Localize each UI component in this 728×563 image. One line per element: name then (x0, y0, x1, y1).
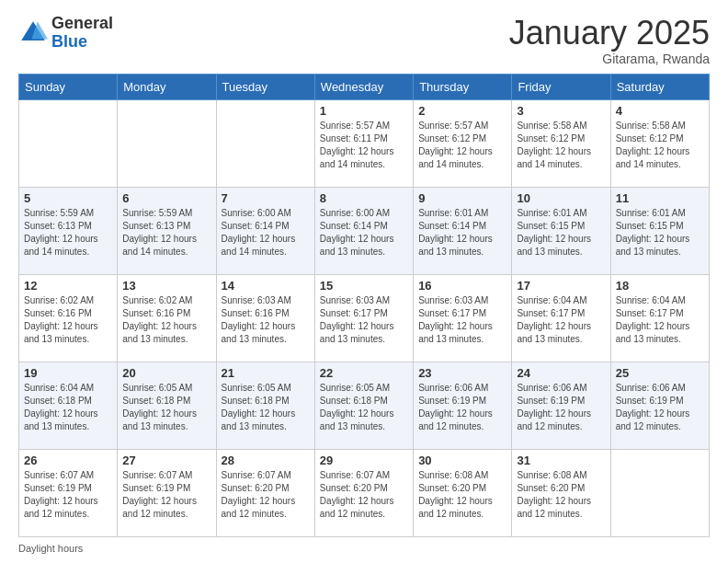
day-info: Sunrise: 6:04 AMSunset: 6:18 PMDaylight:… (24, 382, 112, 433)
title-section: January 2025 Gitarama, Rwanda (509, 15, 710, 66)
calendar-cell: 13Sunrise: 6:02 AMSunset: 6:16 PMDayligh… (118, 274, 216, 362)
day-number: 18 (616, 279, 704, 293)
day-info: Sunrise: 6:07 AMSunset: 6:20 PMDaylight:… (320, 469, 408, 521)
calendar-cell: 8Sunrise: 6:00 AMSunset: 6:14 PMDaylight… (314, 187, 413, 274)
calendar-cell: 23Sunrise: 6:06 AMSunset: 6:19 PMDayligh… (414, 362, 512, 449)
day-info: Sunrise: 6:08 AMSunset: 6:20 PMDaylight:… (418, 469, 506, 521)
header-day-wednesday: Wednesday (314, 74, 413, 99)
day-info: Sunrise: 6:06 AMSunset: 6:19 PMDaylight:… (517, 382, 605, 433)
day-number: 8 (320, 191, 408, 205)
day-info: Sunrise: 6:06 AMSunset: 6:19 PMDaylight:… (616, 382, 704, 433)
day-info: Sunrise: 5:58 AMSunset: 6:12 PMDaylight:… (517, 120, 605, 171)
calendar-cell: 26Sunrise: 6:07 AMSunset: 6:19 PMDayligh… (19, 449, 118, 536)
day-number: 20 (122, 366, 210, 380)
location: Gitarama, Rwanda (509, 52, 710, 66)
day-number: 11 (616, 191, 704, 205)
footer: Daylight hours (18, 543, 710, 554)
calendar-cell: 1Sunrise: 5:57 AMSunset: 6:11 PMDaylight… (314, 99, 413, 187)
day-number: 6 (122, 191, 210, 205)
day-info: Sunrise: 6:05 AMSunset: 6:18 PMDaylight:… (122, 382, 210, 433)
day-number: 1 (320, 104, 408, 118)
day-number: 27 (122, 454, 210, 467)
day-number: 13 (122, 279, 210, 293)
calendar-cell (19, 99, 118, 187)
day-number: 23 (418, 366, 506, 380)
calendar-cell: 14Sunrise: 6:03 AMSunset: 6:16 PMDayligh… (216, 274, 314, 362)
day-info: Sunrise: 6:03 AMSunset: 6:16 PMDaylight:… (222, 294, 310, 346)
logo-general-text: General (51, 15, 113, 33)
calendar-cell: 21Sunrise: 6:05 AMSunset: 6:18 PMDayligh… (216, 362, 314, 449)
week-row-5: 26Sunrise: 6:07 AMSunset: 6:19 PMDayligh… (19, 449, 710, 536)
week-row-4: 19Sunrise: 6:04 AMSunset: 6:18 PMDayligh… (19, 362, 710, 449)
day-info: Sunrise: 5:57 AMSunset: 6:12 PMDaylight:… (418, 120, 506, 171)
header-day-monday: Monday (118, 74, 216, 99)
day-info: Sunrise: 6:05 AMSunset: 6:18 PMDaylight:… (222, 382, 310, 433)
logo: General Blue (18, 15, 113, 52)
calendar-cell: 18Sunrise: 6:04 AMSunset: 6:17 PMDayligh… (610, 274, 709, 362)
day-info: Sunrise: 5:57 AMSunset: 6:11 PMDaylight:… (320, 120, 408, 171)
calendar-cell: 6Sunrise: 5:59 AMSunset: 6:13 PMDaylight… (118, 187, 216, 274)
day-number: 28 (222, 454, 310, 467)
calendar-cell (118, 99, 216, 187)
day-info: Sunrise: 6:05 AMSunset: 6:18 PMDaylight:… (320, 382, 408, 433)
day-number: 26 (24, 454, 112, 467)
day-info: Sunrise: 6:06 AMSunset: 6:19 PMDaylight:… (418, 382, 506, 433)
day-info: Sunrise: 6:04 AMSunset: 6:17 PMDaylight:… (616, 294, 704, 346)
day-info: Sunrise: 5:59 AMSunset: 6:13 PMDaylight:… (24, 207, 112, 259)
calendar-cell: 12Sunrise: 6:02 AMSunset: 6:16 PMDayligh… (19, 274, 118, 362)
calendar-cell: 15Sunrise: 6:03 AMSunset: 6:17 PMDayligh… (314, 274, 413, 362)
calendar-cell: 25Sunrise: 6:06 AMSunset: 6:19 PMDayligh… (610, 362, 709, 449)
week-row-2: 5Sunrise: 5:59 AMSunset: 6:13 PMDaylight… (19, 187, 710, 274)
day-info: Sunrise: 6:01 AMSunset: 6:14 PMDaylight:… (418, 207, 506, 259)
calendar-cell: 29Sunrise: 6:07 AMSunset: 6:20 PMDayligh… (314, 449, 413, 536)
daylight-label: Daylight hours (18, 543, 83, 554)
calendar-cell: 28Sunrise: 6:07 AMSunset: 6:20 PMDayligh… (216, 449, 314, 536)
calendar-cell: 16Sunrise: 6:03 AMSunset: 6:17 PMDayligh… (414, 274, 512, 362)
calendar-cell: 30Sunrise: 6:08 AMSunset: 6:20 PMDayligh… (414, 449, 512, 536)
calendar-cell: 11Sunrise: 6:01 AMSunset: 6:15 PMDayligh… (610, 187, 709, 274)
day-number: 24 (517, 366, 605, 380)
calendar-cell: 5Sunrise: 5:59 AMSunset: 6:13 PMDaylight… (19, 187, 118, 274)
day-number: 4 (616, 104, 704, 118)
day-number: 25 (616, 366, 704, 380)
calendar-cell: 3Sunrise: 5:58 AMSunset: 6:12 PMDaylight… (512, 99, 610, 187)
calendar-header: SundayMondayTuesdayWednesdayThursdayFrid… (19, 74, 710, 99)
day-number: 7 (222, 191, 310, 205)
day-number: 21 (222, 366, 310, 380)
day-number: 5 (24, 191, 112, 205)
calendar-cell: 7Sunrise: 6:00 AMSunset: 6:14 PMDaylight… (216, 187, 314, 274)
day-number: 17 (517, 279, 605, 293)
day-info: Sunrise: 6:03 AMSunset: 6:17 PMDaylight:… (418, 294, 506, 346)
day-info: Sunrise: 6:07 AMSunset: 6:19 PMDaylight:… (122, 469, 210, 521)
day-info: Sunrise: 6:04 AMSunset: 6:17 PMDaylight:… (517, 294, 605, 346)
logo-text: General Blue (51, 15, 113, 52)
calendar-cell: 2Sunrise: 5:57 AMSunset: 6:12 PMDaylight… (414, 99, 512, 187)
day-number: 12 (24, 279, 112, 293)
day-number: 14 (222, 279, 310, 293)
day-number: 15 (320, 279, 408, 293)
day-info: Sunrise: 6:03 AMSunset: 6:17 PMDaylight:… (320, 294, 408, 346)
calendar-cell: 24Sunrise: 6:06 AMSunset: 6:19 PMDayligh… (512, 362, 610, 449)
day-info: Sunrise: 6:00 AMSunset: 6:14 PMDaylight:… (222, 207, 310, 259)
day-number: 16 (418, 279, 506, 293)
day-info: Sunrise: 5:58 AMSunset: 6:12 PMDaylight:… (616, 120, 704, 171)
day-info: Sunrise: 6:02 AMSunset: 6:16 PMDaylight:… (122, 294, 210, 346)
header-day-friday: Friday (512, 74, 610, 99)
day-info: Sunrise: 6:01 AMSunset: 6:15 PMDaylight:… (517, 207, 605, 259)
day-number: 2 (418, 104, 506, 118)
header-day-saturday: Saturday (610, 74, 709, 99)
calendar-cell: 31Sunrise: 6:08 AMSunset: 6:20 PMDayligh… (512, 449, 610, 536)
day-number: 29 (320, 454, 408, 467)
page: General Blue January 2025 Gitarama, Rwan… (0, 0, 728, 563)
logo-blue-text: Blue (51, 33, 113, 52)
day-info: Sunrise: 6:07 AMSunset: 6:20 PMDaylight:… (222, 469, 310, 521)
calendar-cell: 17Sunrise: 6:04 AMSunset: 6:17 PMDayligh… (512, 274, 610, 362)
week-row-3: 12Sunrise: 6:02 AMSunset: 6:16 PMDayligh… (19, 274, 710, 362)
header-day-thursday: Thursday (414, 74, 512, 99)
day-number: 22 (320, 366, 408, 380)
week-row-1: 1Sunrise: 5:57 AMSunset: 6:11 PMDaylight… (19, 99, 710, 187)
calendar-cell: 9Sunrise: 6:01 AMSunset: 6:14 PMDaylight… (414, 187, 512, 274)
day-number: 10 (517, 191, 605, 205)
month-title: January 2025 (509, 15, 710, 52)
day-number: 31 (517, 454, 605, 467)
